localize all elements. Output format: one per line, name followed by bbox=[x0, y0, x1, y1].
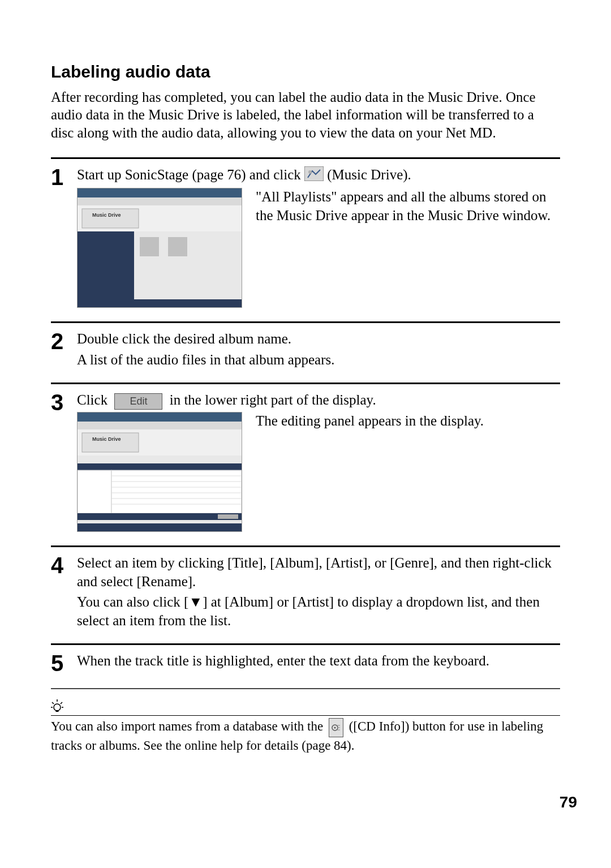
svg-rect-13 bbox=[78, 422, 242, 429]
intro-paragraph: After recording has completed, you can l… bbox=[51, 88, 560, 141]
step-body: Double click the desired album name. A l… bbox=[77, 330, 560, 369]
divider bbox=[51, 545, 560, 547]
step-result: A list of the audio files in that album … bbox=[77, 351, 560, 369]
step-body: Start up SonicStage (page 76) and click … bbox=[77, 166, 560, 308]
step-instruction: When the track title is highlighted, ent… bbox=[77, 652, 560, 671]
step-detail-row: Music Drive The bbox=[77, 412, 560, 532]
svg-text:Music Drive: Music Drive bbox=[92, 436, 121, 442]
step-body: Select an item by clicking [Title], [Alb… bbox=[77, 554, 560, 630]
svg-line-33 bbox=[61, 702, 62, 704]
svg-rect-3 bbox=[78, 197, 242, 205]
svg-rect-18 bbox=[78, 470, 111, 513]
svg-line-32 bbox=[52, 702, 54, 704]
svg-rect-27 bbox=[218, 514, 238, 519]
page-number: 79 bbox=[560, 793, 577, 811]
step-1: 1 Start up SonicStage (page 76) and clic… bbox=[51, 166, 560, 308]
svg-rect-17 bbox=[78, 463, 242, 470]
svg-rect-2 bbox=[78, 188, 242, 197]
step-number: 3 bbox=[51, 391, 77, 414]
step-instruction: Click Edit in the lower right part of th… bbox=[77, 391, 560, 410]
manual-page: Labeling audio data After recording has … bbox=[0, 0, 611, 868]
step-number: 1 bbox=[51, 166, 77, 188]
screenshot-music-drive: Music Drive bbox=[77, 188, 242, 308]
svg-point-29 bbox=[54, 704, 61, 711]
step-number: 2 bbox=[51, 330, 77, 353]
section-title: Labeling audio data bbox=[51, 62, 560, 81]
svg-rect-7 bbox=[78, 231, 134, 299]
step-number: 5 bbox=[51, 652, 77, 674]
svg-rect-0 bbox=[304, 166, 324, 181]
step-detail-row: Music Drive "All Playlists" appears and … bbox=[77, 188, 560, 308]
tip-divider bbox=[51, 715, 560, 716]
step-instruction: Select an item by clicking [Title], [Alb… bbox=[77, 554, 560, 591]
step-instruction: Start up SonicStage (page 76) and click … bbox=[77, 166, 560, 186]
step-text-b: in the lower right part of the display. bbox=[170, 392, 376, 407]
tip-icon bbox=[51, 699, 560, 716]
step-text-b: (Music Drive). bbox=[327, 167, 411, 182]
step-5: 5 When the track title is highlighted, e… bbox=[51, 652, 560, 674]
divider bbox=[51, 383, 560, 384]
svg-rect-30 bbox=[56, 710, 59, 712]
svg-point-1 bbox=[308, 170, 312, 174]
divider bbox=[51, 157, 560, 159]
svg-rect-26 bbox=[78, 513, 242, 520]
screenshot-edit-panel: Music Drive bbox=[77, 412, 242, 532]
svg-rect-28 bbox=[78, 523, 242, 531]
tip-text: You can also import names from a databas… bbox=[51, 718, 560, 754]
step-text-a: Start up SonicStage (page 76) and click bbox=[77, 167, 304, 182]
svg-text:Music Drive: Music Drive bbox=[92, 212, 121, 218]
svg-rect-19 bbox=[111, 470, 242, 513]
svg-rect-11 bbox=[78, 299, 242, 307]
step-text-a: Click bbox=[77, 392, 111, 407]
divider bbox=[51, 688, 560, 689]
svg-rect-9 bbox=[140, 237, 159, 256]
step-result: "All Playlists" appears and all the albu… bbox=[256, 188, 560, 225]
svg-rect-12 bbox=[78, 412, 242, 422]
music-drive-icon bbox=[304, 166, 324, 186]
step-2: 2 Double click the desired album name. A… bbox=[51, 330, 560, 369]
step-body: Click Edit in the lower right part of th… bbox=[77, 391, 560, 532]
step-instruction: Double click the desired album name. bbox=[77, 330, 560, 349]
divider bbox=[51, 321, 560, 323]
step-body: When the track title is highlighted, ent… bbox=[77, 652, 560, 673]
step-3: 3 Click Edit in the lower right part of … bbox=[51, 391, 560, 532]
step-number: 4 bbox=[51, 554, 77, 577]
step-4: 4 Select an item by clicking [Title], [A… bbox=[51, 554, 560, 630]
svg-rect-10 bbox=[168, 237, 187, 256]
tip-text-a: You can also import names from a databas… bbox=[51, 719, 326, 733]
cd-info-icon bbox=[329, 718, 343, 737]
divider bbox=[51, 643, 560, 645]
svg-point-37 bbox=[334, 727, 335, 729]
edit-button-graphic: Edit bbox=[114, 393, 162, 410]
step-result: The editing panel appears in the display… bbox=[256, 412, 560, 431]
step-result: You can also click [▼] at [Album] or [Ar… bbox=[77, 593, 560, 630]
